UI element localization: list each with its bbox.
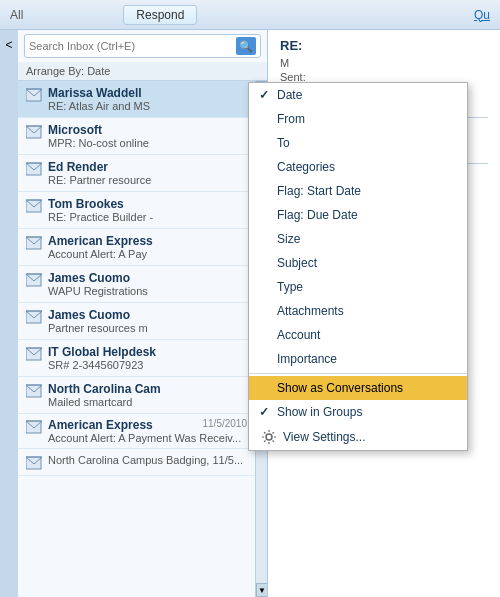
dropdown-item-view-settings[interactable]: View Settings... [249,424,467,450]
dropdown-item-from[interactable]: From [249,107,467,131]
email-content: North Carolina Cam Mailed smartcard [48,382,247,408]
search-input[interactable] [29,40,236,52]
email-sender: James Cuomo [48,308,247,322]
email-sender: American Express [48,234,247,248]
qu-label[interactable]: Qu [474,8,490,22]
search-icon: 🔍 [239,40,253,53]
preview-title: RE: [280,38,488,53]
email-date-row: American Express 11/5/2010 [48,418,247,432]
list-item[interactable]: North Carolina Campus Badging, 11/5... [18,449,255,476]
email-subject: Partner resources m [48,322,247,334]
dropdown-item-flag-due[interactable]: Flag: Due Date [249,203,467,227]
email-subject: RE: Practice Builder - [48,211,247,223]
email-content: Ed Render RE: Partner resource [48,160,247,186]
email-content: Marissa Waddell RE: Atlas Air and MS [48,86,247,112]
email-sender: James Cuomo [48,271,247,285]
dropdown-menu: Date From To Categories Flag: Start Date… [248,82,468,451]
email-content: James Cuomo Partner resources m [48,308,247,334]
dropdown-item-attachments[interactable]: Attachments [249,299,467,323]
dropdown-item-categories[interactable]: Categories [249,155,467,179]
email-icon [26,125,42,139]
list-item[interactable]: Microsoft MPR: No-cost online [18,118,255,155]
email-subject: RE: Partner resource [48,174,247,186]
view-settings-label: View Settings... [283,430,366,444]
email-subject: North Carolina Campus Badging, 11/5... [48,454,247,466]
dropdown-item-show-groups[interactable]: Show in Groups [249,400,467,424]
email-icon [26,310,42,324]
search-bar: 🔍 [24,34,261,58]
email-content: Microsoft MPR: No-cost online [48,123,247,149]
email-icon [26,384,42,398]
list-item[interactable]: American Express Account Alert: A Pay [18,229,255,266]
email-sender: Tom Brookes [48,197,247,211]
email-content: IT Global Helpdesk SR# 2-3445607923 [48,345,247,371]
email-sender: IT Global Helpdesk [48,345,247,359]
list-item[interactable]: IT Global Helpdesk SR# 2-3445607923 [18,340,255,377]
email-subject: Account Alert: A Pay [48,248,247,260]
dropdown-item-show-conversations[interactable]: Show as Conversations [249,376,467,400]
list-item[interactable]: North Carolina Cam Mailed smartcard [18,377,255,414]
dropdown-item-account[interactable]: Account [249,323,467,347]
email-icon [26,236,42,250]
respond-button[interactable]: Respond [123,5,197,25]
email-content: American Express 11/5/2010 Account Alert… [48,418,247,444]
email-content: North Carolina Campus Badging, 11/5... [48,454,247,466]
arrange-by-label[interactable]: Arrange By: Date [18,62,267,81]
email-items: Marissa Waddell RE: Atlas Air and MS Mic… [18,81,255,597]
dropdown-item-type[interactable]: Type [249,275,467,299]
email-subject: MPR: No-cost online [48,137,247,149]
email-icon [26,347,42,361]
all-label: All [10,8,23,22]
email-content: Tom Brookes RE: Practice Builder - [48,197,247,223]
email-subject: RE: Atlas Air and MS [48,100,247,112]
dropdown-item-flag-start[interactable]: Flag: Start Date [249,179,467,203]
list-item[interactable]: Marissa Waddell RE: Atlas Air and MS [18,81,255,118]
email-content: American Express Account Alert: A Pay [48,234,247,260]
email-sender: Ed Render [48,160,247,174]
search-button[interactable]: 🔍 [236,37,256,55]
email-date: 11/5/2010 [203,418,248,429]
svg-point-22 [266,434,272,440]
preview-line1: M [280,57,488,69]
dropdown-item-to[interactable]: To [249,131,467,155]
collapse-arrow-icon: < [5,38,12,52]
scroll-down-button[interactable]: ▼ [256,583,267,597]
email-subject: Account Alert: A Payment Was Receiv... [48,432,247,444]
list-item[interactable]: Tom Brookes RE: Practice Builder - [18,192,255,229]
email-list-panel: 🔍 Arrange By: Date Marissa Waddell [18,30,268,597]
collapse-panel-button[interactable]: < [0,30,18,597]
settings-icon [261,429,277,445]
email-sender: North Carolina Cam [48,382,247,396]
email-icon [26,162,42,176]
list-item[interactable]: James Cuomo WAPU Registrations [18,266,255,303]
email-icon [26,88,42,102]
email-subject: Mailed smartcard [48,396,247,408]
email-icon [26,420,42,434]
list-item[interactable]: James Cuomo Partner resources m [18,303,255,340]
dropdown-item-date[interactable]: Date [249,83,467,107]
email-icon [26,273,42,287]
email-icon [26,456,42,470]
dropdown-item-subject[interactable]: Subject [249,251,467,275]
list-item[interactable]: American Express 11/5/2010 Account Alert… [18,414,255,449]
email-sender: Microsoft [48,123,247,137]
dropdown-item-importance[interactable]: Importance [249,347,467,371]
email-subject: WAPU Registrations [48,285,247,297]
email-subject: SR# 2-3445607923 [48,359,247,371]
email-sender: American Express [48,418,153,432]
email-content: James Cuomo WAPU Registrations [48,271,247,297]
toolbar: All Respond Qu [0,0,500,30]
list-item[interactable]: Ed Render RE: Partner resource [18,155,255,192]
email-item-bottom: American Express 11/5/2010 Account Alert… [26,418,247,444]
dropdown-divider [249,373,467,374]
email-list-scroll: Marissa Waddell RE: Atlas Air and MS Mic… [18,81,267,597]
email-icon [26,199,42,213]
email-sender: Marissa Waddell [48,86,247,100]
dropdown-item-size[interactable]: Size [249,227,467,251]
